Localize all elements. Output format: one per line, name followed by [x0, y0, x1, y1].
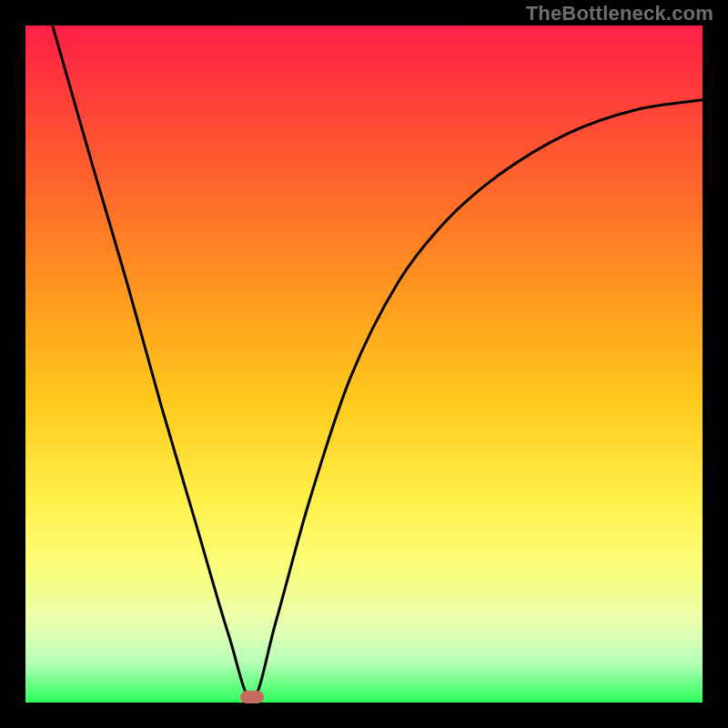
- curve-svg: [25, 25, 703, 703]
- plot-area: [25, 25, 703, 703]
- chart-frame: TheBottleneck.com: [0, 0, 728, 728]
- curve-path: [53, 25, 703, 699]
- min-marker: [240, 691, 264, 703]
- watermark-text: TheBottleneck.com: [526, 2, 713, 25]
